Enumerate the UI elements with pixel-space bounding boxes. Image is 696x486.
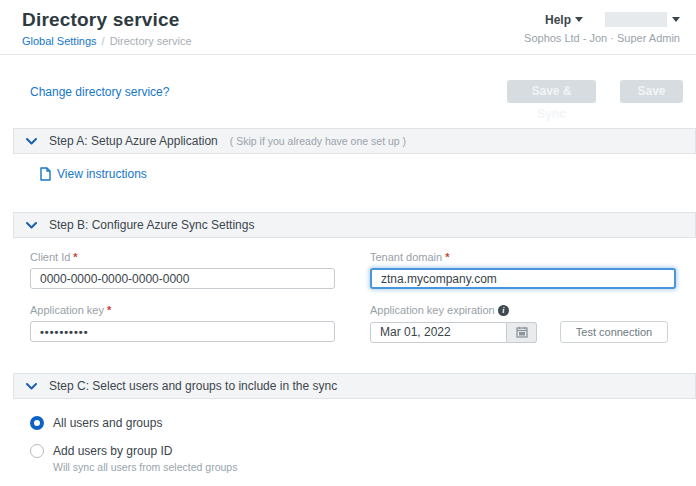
radio-label[interactable]: Add users by group ID <box>53 444 237 458</box>
view-instructions-label: View instructions <box>57 167 147 181</box>
document-icon <box>40 167 51 181</box>
required-asterisk: * <box>73 251 77 263</box>
header-left: Directory service Global Settings/Direct… <box>22 9 192 47</box>
radio-selected-icon[interactable] <box>30 416 44 430</box>
page-title: Directory service <box>22 9 192 31</box>
step-b-header[interactable]: Step B: Configure Azure Sync Settings <box>13 212 696 238</box>
expiration-date-group <box>370 322 537 343</box>
account-name-redacted <box>605 12 667 27</box>
expiration-date-input[interactable] <box>370 322 507 343</box>
toolbar: Change directory service? Save & Sync Sa… <box>30 80 683 103</box>
client-id-label: Client Id* <box>30 251 335 263</box>
step-a-hint: ( Skip if you already have one set up ) <box>230 135 406 147</box>
tenant-domain-input[interactable] <box>370 268 676 289</box>
step-b-title: Step B: Configure Azure Sync Settings <box>49 218 254 232</box>
chevron-down-icon <box>26 138 37 145</box>
breadcrumb-current: Directory service <box>110 35 192 47</box>
tenant-domain-group: Tenant domain* <box>370 251 676 289</box>
step-a-header[interactable]: Step A: Setup Azure Application ( Skip i… <box>13 128 696 154</box>
account-menu[interactable] <box>589 12 680 27</box>
radio-all-users-and-groups[interactable]: All users and groups <box>30 416 696 430</box>
step-b-form: Client Id* Tenant domain* Application ke… <box>30 251 696 343</box>
breadcrumb-global-settings[interactable]: Global Settings <box>22 35 97 47</box>
application-key-input[interactable] <box>30 321 335 342</box>
step-c-title: Step C: Select users and groups to inclu… <box>49 379 337 393</box>
test-connection-button[interactable]: Test connection <box>560 321 668 343</box>
step-a-title: Step A: Setup Azure Application <box>49 134 218 148</box>
step-c-options: All users and groups Add users by group … <box>30 416 696 473</box>
toolbar-buttons: Save & Sync Save <box>507 80 683 103</box>
calendar-button[interactable] <box>507 322 537 343</box>
radio-label[interactable]: All users and groups <box>53 416 162 430</box>
help-menu-label: Help <box>545 13 571 27</box>
radio-sublabel: Will sync all users from selected groups <box>53 461 237 473</box>
chevron-down-icon <box>26 222 37 229</box>
change-directory-service-link[interactable]: Change directory service? <box>30 85 169 99</box>
required-asterisk: * <box>445 251 449 263</box>
tenant-domain-label: Tenant domain* <box>370 251 676 263</box>
save-and-sync-button[interactable]: Save & Sync <box>507 80 596 103</box>
chevron-down-icon <box>575 17 583 22</box>
header-right: Help Sophos Ltd - Jon · Super Admin <box>524 9 680 44</box>
help-menu[interactable]: Help <box>545 13 583 27</box>
breadcrumb-separator: / <box>102 35 105 47</box>
radio-unselected-icon[interactable] <box>30 444 44 458</box>
calendar-icon <box>516 326 528 338</box>
application-key-label: Application key* <box>30 304 335 316</box>
save-button[interactable]: Save <box>620 80 683 103</box>
view-instructions-link[interactable]: View instructions <box>40 167 147 181</box>
page-header: Directory service Global Settings/Direct… <box>0 0 696 55</box>
key-expiration-group: Application key expiration i <box>370 304 676 343</box>
directory-service-page: Directory service Global Settings/Direct… <box>0 0 696 486</box>
radio-add-users-by-group-id[interactable]: Add users by group ID Will sync all user… <box>30 444 696 473</box>
account-tenant-line: Sophos Ltd - Jon · Super Admin <box>524 32 680 44</box>
step-c-header[interactable]: Step C: Select users and groups to inclu… <box>13 373 696 399</box>
info-icon[interactable]: i <box>498 305 509 316</box>
breadcrumb: Global Settings/Directory service <box>22 35 192 47</box>
client-id-input[interactable] <box>30 268 335 289</box>
application-key-group: Application key* <box>30 304 335 343</box>
key-expiration-label: Application key expiration i <box>370 304 676 316</box>
chevron-down-icon <box>672 17 680 22</box>
chevron-down-icon <box>26 383 37 390</box>
step-a-content: View instructions <box>0 154 696 185</box>
client-id-group: Client Id* <box>30 251 335 289</box>
required-asterisk: * <box>107 304 111 316</box>
